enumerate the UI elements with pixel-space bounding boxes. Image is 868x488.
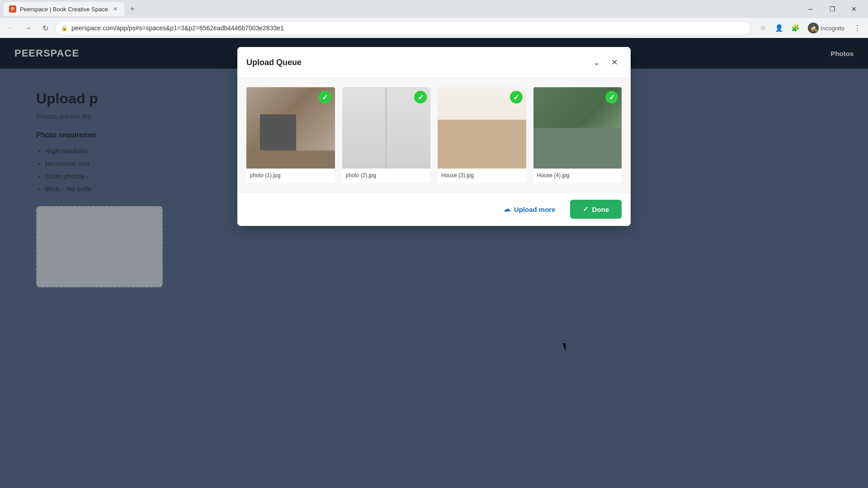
minimize-button[interactable]: ─	[800, 0, 821, 18]
photo-grid: ✓ photo (1).jpg ✓ photo (2).jpg ✓ House …	[246, 87, 622, 183]
photo-item-2: ✓ photo (2).jpg	[342, 87, 431, 183]
photo-filename-3: House (3).jpg	[438, 169, 526, 183]
incognito-badge[interactable]: 🕵 Incognito	[804, 21, 848, 35]
done-check-icon: ✓	[583, 205, 589, 213]
window-controls: ─ ❐ ✕	[800, 0, 864, 18]
photo-check-2: ✓	[414, 91, 427, 103]
tab-title: Peerspace | Book Creative Space	[20, 6, 108, 13]
browser-nav-bar: ← → ↻ 🔒 peerspace.com/app/ps#s=spaces&p1…	[0, 18, 868, 38]
browser-chrome: P Peerspace | Book Creative Space ✕ + ─ …	[0, 0, 868, 38]
upload-cloud-icon: ☁	[504, 205, 510, 213]
new-tab-button[interactable]: +	[126, 3, 139, 15]
photo-item-1: ✓ photo (1).jpg	[246, 87, 335, 183]
close-icon: ✕	[611, 57, 618, 67]
profile-button[interactable]: 👤	[772, 21, 786, 35]
upload-queue-modal: Upload Queue ⌄ ✕ ✓ photo (1).jpg	[237, 47, 631, 226]
photo-check-1: ✓	[319, 91, 331, 103]
extension-button[interactable]: 🧩	[788, 21, 802, 35]
browser-title-bar: P Peerspace | Book Creative Space ✕ + ─ …	[0, 0, 868, 18]
photo-filename-1: photo (1).jpg	[246, 169, 335, 183]
incognito-icon: 🕵	[808, 23, 819, 33]
done-button[interactable]: ✓ Done	[570, 200, 622, 219]
upload-more-button[interactable]: ☁ Upload more	[495, 201, 565, 218]
menu-button[interactable]: ⋮	[850, 21, 864, 35]
modal-overlay: Upload Queue ⌄ ✕ ✓ photo (1).jpg	[0, 38, 868, 488]
back-button[interactable]: ←	[4, 21, 18, 35]
close-button[interactable]: ✕	[844, 0, 864, 18]
bookmark-button[interactable]: ☆	[755, 21, 770, 35]
upload-more-label: Upload more	[514, 206, 556, 213]
photo-item-3: ✓ House (3).jpg	[438, 87, 526, 183]
maximize-button[interactable]: ❐	[822, 0, 843, 18]
done-label: Done	[592, 206, 609, 213]
reload-button[interactable]: ↻	[38, 21, 52, 35]
photo-item-4: ✓ House (4).jpg	[533, 87, 622, 183]
photo-check-4: ✓	[605, 91, 618, 103]
photo-check-3: ✓	[510, 91, 523, 103]
browser-actions: ☆ 👤 🧩 🕵 Incognito ⋮	[755, 21, 864, 35]
chevron-down-icon: ⌄	[593, 57, 600, 67]
url-text: peerspace.com/app/ps#s=spaces&p1=3&p2=65…	[71, 24, 284, 32]
photo-filename-4: House (4).jpg	[533, 169, 622, 183]
modal-minimize-button[interactable]: ⌄	[589, 55, 604, 70]
lock-icon: 🔒	[61, 25, 68, 31]
browser-tab[interactable]: P Peerspace | Book Creative Space ✕	[4, 2, 124, 16]
modal-title: Upload Queue	[246, 58, 302, 67]
tab-close-button[interactable]: ✕	[112, 5, 119, 13]
modal-body: ✓ photo (1).jpg ✓ photo (2).jpg ✓ House …	[237, 78, 631, 192]
photo-filename-2: photo (2).jpg	[342, 169, 431, 183]
modal-header-actions: ⌄ ✕	[589, 55, 622, 70]
modal-footer: ☁ Upload more ✓ Done	[237, 192, 631, 226]
tab-favicon: P	[9, 5, 16, 13]
incognito-label: Incognito	[821, 25, 844, 32]
forward-button[interactable]: →	[21, 21, 35, 35]
address-bar[interactable]: 🔒 peerspace.com/app/ps#s=spaces&p1=3&p2=…	[55, 21, 751, 35]
modal-header: Upload Queue ⌄ ✕	[237, 47, 631, 78]
modal-close-button[interactable]: ✕	[607, 55, 622, 70]
